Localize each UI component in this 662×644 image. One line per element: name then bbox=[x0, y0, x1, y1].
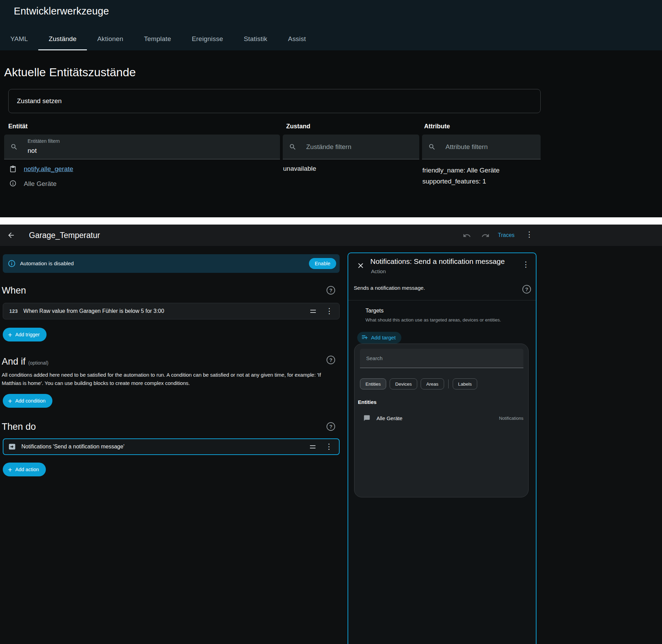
target-search-input[interactable] bbox=[366, 349, 514, 367]
chip-labels[interactable]: Labels bbox=[453, 378, 478, 389]
page-title: Entwicklerwerkzeuge bbox=[14, 6, 109, 17]
action-menu-icon[interactable]: ⋮ bbox=[325, 443, 333, 450]
add-condition-button[interactable]: + Add condition bbox=[3, 394, 52, 408]
filter-row: Entitäten filtern bbox=[4, 135, 541, 159]
help-icon[interactable]: ? bbox=[327, 286, 335, 295]
entity-item-domain: Notifications bbox=[499, 416, 523, 421]
chip-entities[interactable]: Entities bbox=[360, 378, 386, 389]
add-target-button[interactable]: Add target bbox=[357, 332, 401, 344]
chip-devices[interactable]: Devices bbox=[390, 378, 417, 389]
automation-appbar: Garage_Temperatur Traces ⋮ bbox=[0, 225, 662, 246]
tab-template[interactable]: Template bbox=[134, 28, 182, 50]
drag-handle-icon[interactable] bbox=[310, 310, 316, 313]
playlist-plus-icon bbox=[361, 334, 368, 341]
state-filter-field[interactable] bbox=[283, 135, 419, 159]
picker-section-heading: Entities bbox=[358, 399, 377, 405]
entity-list-item[interactable]: Alle Geräte Notifications bbox=[354, 409, 528, 427]
overflow-menu-icon[interactable]: ⋮ bbox=[525, 231, 533, 238]
disabled-banner: Automation is disabled Enable bbox=[3, 254, 340, 273]
action-row-selected[interactable]: Notifications 'Send a notification messa… bbox=[3, 438, 340, 455]
panel-menu-icon[interactable]: ⋮ bbox=[522, 261, 530, 268]
numeric-state-trigger-icon: 123 bbox=[9, 308, 18, 314]
info-icon[interactable] bbox=[9, 180, 17, 188]
add-target-label: Add target bbox=[371, 335, 396, 341]
automation-title: Garage_Temperatur bbox=[29, 225, 100, 246]
section-heading: Aktuelle Entitätszustände bbox=[4, 66, 136, 79]
column-header-attributes: Attribute bbox=[424, 123, 450, 130]
help-icon[interactable]: ? bbox=[327, 356, 335, 364]
entity-item-name: Alle Geräte bbox=[377, 415, 402, 421]
entity-filter-field[interactable]: Entitäten filtern bbox=[4, 135, 280, 159]
target-type-chips: Entities Devices Areas Labels bbox=[360, 378, 477, 389]
redo-icon[interactable] bbox=[481, 231, 490, 241]
developer-tools-section: Entwicklerwerkzeuge YAML Zustände Aktion… bbox=[0, 0, 662, 217]
close-icon[interactable] bbox=[357, 261, 365, 271]
traces-link[interactable]: Traces bbox=[498, 225, 514, 246]
panel-title: Notifications: Send a notification messa… bbox=[370, 257, 505, 266]
drag-handle-icon[interactable] bbox=[310, 445, 315, 448]
action-summary: Notifications 'Send a notification messa… bbox=[21, 444, 124, 450]
set-state-label: Zustand setzen bbox=[17, 97, 62, 105]
entity-friendly-name: Alle Geräte bbox=[24, 180, 57, 188]
undo-icon[interactable] bbox=[463, 231, 471, 241]
entity-filter-label: Entitäten filtern bbox=[28, 138, 60, 144]
chip-divider bbox=[448, 379, 449, 388]
help-icon[interactable]: ? bbox=[522, 285, 531, 294]
state-filter-input[interactable] bbox=[306, 135, 414, 159]
tab-ereignisse[interactable]: Ereignisse bbox=[181, 28, 233, 50]
entity-id-link[interactable]: notify.alle_gerate bbox=[24, 165, 73, 173]
section-divider bbox=[0, 217, 662, 225]
add-action-button[interactable]: + Add action bbox=[3, 463, 46, 476]
back-arrow-icon[interactable] bbox=[7, 231, 15, 241]
entity-state-row: notify.alle_gerate Alle Geräte unavailab… bbox=[0, 162, 541, 204]
notification-action-icon bbox=[8, 443, 16, 450]
tab-bar: YAML Zustände Aktionen Template Ereignis… bbox=[0, 28, 316, 50]
plus-icon: + bbox=[8, 397, 12, 405]
andif-heading: And if(optional) bbox=[2, 356, 48, 367]
devtools-header: Entwicklerwerkzeuge YAML Zustände Aktion… bbox=[0, 0, 662, 50]
column-header-state: Zustand bbox=[286, 123, 310, 130]
plus-icon: + bbox=[8, 331, 12, 338]
screen: Entwicklerwerkzeuge YAML Zustände Aktion… bbox=[0, 0, 662, 644]
entity-state-value: unavailable bbox=[283, 165, 316, 172]
chip-areas[interactable]: Areas bbox=[421, 378, 444, 389]
tab-aktionen[interactable]: Aktionen bbox=[87, 28, 134, 50]
attribute-filter-input[interactable] bbox=[445, 135, 535, 159]
message-icon bbox=[363, 415, 370, 422]
entity-filter-input[interactable] bbox=[28, 146, 269, 156]
panel-divider bbox=[348, 300, 536, 300]
thendo-heading: Then do bbox=[2, 422, 36, 432]
banner-message: Automation is disabled bbox=[20, 254, 74, 273]
automation-editor-section: Garage_Temperatur Traces ⋮ Automation is… bbox=[0, 225, 662, 644]
trigger-summary: When Raw value from Garagen Fühler is be… bbox=[23, 308, 164, 314]
trigger-row[interactable]: 123 When Raw value from Garagen Fühler i… bbox=[3, 303, 340, 319]
tab-statistik[interactable]: Statistik bbox=[233, 28, 278, 50]
optional-label: (optional) bbox=[28, 360, 48, 366]
attribute-line: supported_features: 1 bbox=[422, 176, 500, 187]
search-icon bbox=[289, 143, 297, 152]
add-condition-label: Add condition bbox=[15, 398, 46, 404]
tab-yaml[interactable]: YAML bbox=[0, 28, 38, 50]
targets-description: What should this action use as targeted … bbox=[365, 317, 517, 323]
attribute-line: friendly_name: Alle Geräte bbox=[422, 165, 500, 176]
column-header-entity: Entität bbox=[8, 123, 28, 130]
search-icon bbox=[428, 143, 436, 152]
targets-heading: Targets bbox=[365, 308, 383, 314]
tab-assist[interactable]: Assist bbox=[278, 28, 316, 50]
info-icon bbox=[8, 259, 16, 269]
tab-zustaende[interactable]: Zustände bbox=[38, 28, 87, 50]
attribute-filter-field[interactable] bbox=[422, 135, 541, 159]
set-state-expander[interactable]: Zustand setzen bbox=[8, 89, 541, 113]
andif-heading-text: And if bbox=[2, 356, 26, 367]
enable-button[interactable]: Enable bbox=[309, 258, 336, 269]
when-heading: When bbox=[2, 285, 26, 296]
help-icon[interactable]: ? bbox=[327, 422, 335, 431]
panel-subtitle: Action bbox=[371, 268, 386, 275]
trigger-menu-icon[interactable]: ⋮ bbox=[325, 307, 333, 315]
clipboard-copy-icon[interactable] bbox=[9, 166, 17, 174]
target-search-field[interactable] bbox=[360, 349, 523, 368]
action-editor-panel: Notifications: Send a notification messa… bbox=[348, 252, 536, 644]
add-trigger-button[interactable]: + Add trigger bbox=[3, 328, 47, 341]
plus-icon: + bbox=[8, 466, 12, 473]
add-trigger-label: Add trigger bbox=[15, 332, 40, 337]
